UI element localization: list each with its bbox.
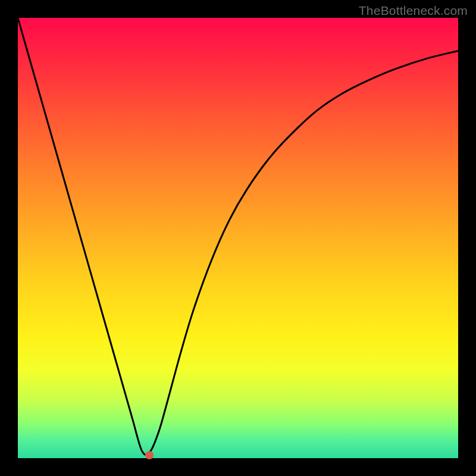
minimum-marker (145, 451, 154, 459)
chart-frame: TheBottleneck.com (0, 0, 476, 476)
curve-path (18, 18, 458, 455)
bottleneck-curve (18, 18, 458, 458)
attribution-text: TheBottleneck.com (359, 4, 468, 18)
plot-area (18, 18, 458, 458)
